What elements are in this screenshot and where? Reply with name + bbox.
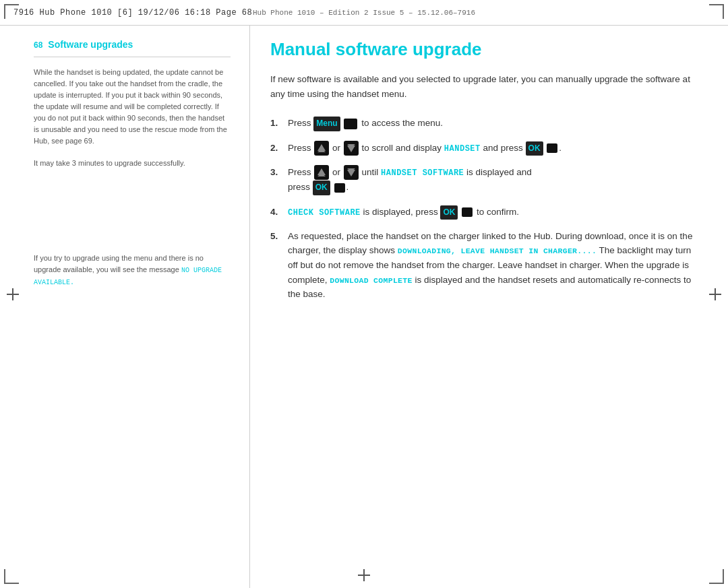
ok-button-4: OK [440,205,458,220]
step-5: 5. As requested, place the handset on th… [270,229,694,302]
left-sidebar: 68 Software upgrades While the handset i… [0,26,249,588]
page-number-title: 68 Software upgrades [34,39,231,50]
nav-down-icon-3 [344,165,359,180]
handset-software-display: HANDSET SOFTWARE [381,168,464,178]
step-2-number: 2. [270,141,282,156]
nav-up-icon-3 [314,165,329,180]
downloading-display: DOWNLOADING, LEAVE HANDSET IN CHARGER...… [398,247,597,255]
main-title: Manual software upgrade [270,39,694,60]
ok-button-3: OK [313,181,330,195]
top-header: 7916 Hub Phone 1010 [6] 19/12/06 16:18 P… [0,0,728,26]
ok-button-2: OK [526,141,543,156]
step-1: 1. Press Menu to access the menu. [270,116,694,131]
handset-display: HANDSET [444,144,481,154]
main-content: 68 Software upgrades While the handset i… [0,26,728,588]
steps-list: 1. Press Menu to access the menu. 2. Pre… [270,116,694,301]
step-2: 2. Press or to scroll and display HANDSE… [270,141,694,156]
sidebar-note-2: It may take 3 minutes to upgrade success… [34,158,231,169]
sidebar-note-1: While the handset is being updated, the … [34,67,231,147]
nav-up-icon-2 [314,141,329,156]
step-1-number: 1. [270,116,282,131]
step-2-content: Press or to scroll and display HANDSET a… [288,141,694,156]
step-5-number: 5. [270,229,282,244]
step-3: 3. Press or until HANDSET SOFTWARE is di… [270,165,694,195]
menu-button-label: Menu [313,117,340,131]
sidebar-note-3: If you try to upgrade using the menu and… [34,253,231,288]
header-center-text: Hub Phone 1010 – Edition 2 Issue 5 – 15.… [253,9,475,17]
check-software-display: CHECK SOFTWARE [288,208,361,218]
step-4-number: 4. [270,205,282,220]
nav-down-icon-2 [344,141,359,156]
main-intro: If new software is available and you sel… [270,72,694,101]
page-container: 7916 Hub Phone 1010 [6] 19/12/06 16:18 P… [0,0,728,588]
page-number: 68 [34,40,42,50]
step-5-content: As requested, place the handset on the c… [288,229,694,302]
step-3-content: Press or until HANDSET SOFTWARE is displ… [288,165,694,195]
sidebar-divider [34,57,231,57]
section-title: Software upgrades [48,39,133,50]
step-3-number: 3. [270,165,282,180]
step-4-content: CHECK SOFTWARE is displayed, press OK to… [288,205,694,220]
step-4: 4. CHECK SOFTWARE is displayed, press OK… [270,205,694,220]
download-complete-display: DOWNLOAD COMPLETE [330,276,412,285]
right-main: Manual software upgrade If new software … [249,26,728,588]
step-1-content: Press Menu to access the menu. [288,116,694,131]
header-left-text: 7916 Hub Phone 1010 [6] 19/12/06 16:18 P… [13,8,252,18]
